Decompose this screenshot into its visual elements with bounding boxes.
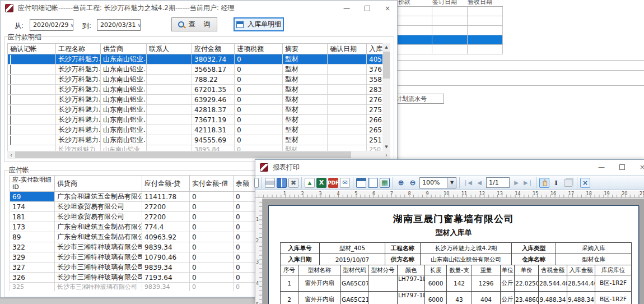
detail-id-cell[interactable]: 89	[10, 232, 55, 242]
titlebar[interactable]: 应付明细记帐------当前工程: 长沙万科魅力之城4.2期------当前用户…	[1, 1, 397, 16]
text-select-tool-icon[interactable]: I	[551, 178, 561, 188]
page-setup-icon[interactable]	[356, 178, 366, 188]
from-date-select[interactable]: 2020/02/29 ∨	[30, 19, 73, 31]
vertical-scrollbar[interactable]: ▲ ▼	[382, 43, 390, 151]
column-header[interactable]: 联系人	[147, 44, 192, 54]
detail-id-cell[interactable]: 329	[10, 252, 55, 262]
maximize-icon[interactable]	[619, 164, 625, 170]
zoom-level-select[interactable]: 100% ▼	[419, 177, 456, 188]
minimize-icon[interactable]: —	[598, 164, 605, 171]
column-header[interactable]: 应付金额	[192, 44, 235, 54]
inbound-detail-button[interactable]: 入库单明细	[234, 17, 284, 31]
detail-id-cell[interactable]: 173	[10, 222, 55, 232]
column-header[interactable]: 确认日期	[328, 44, 367, 54]
first-page-button[interactable]: ❘◀	[463, 178, 473, 188]
table-row[interactable]: 329长沙市三湘特种玻璃有限公司10790.4600	[10, 252, 263, 262]
print-icon[interactable]	[265, 178, 275, 188]
detail-id-cell[interactable]: 326	[10, 273, 55, 283]
table-row[interactable]: 174长沙坦森贸易有限公司2720000	[10, 202, 263, 212]
export-icon[interactable]: ▲	[305, 178, 315, 188]
close-report-icon[interactable]: ×	[580, 178, 590, 188]
multi-page-view-icon[interactable]: ▦	[380, 178, 390, 188]
empty-row[interactable]	[392, 16, 503, 26]
empty-row[interactable]	[392, 45, 503, 54]
column-header[interactable]: 供货商	[101, 44, 147, 54]
table-row[interactable]: 69广东合和建筑五金制品有限公司11411.7800	[10, 192, 263, 202]
confirm-checkbox-cell[interactable]	[8, 65, 56, 75]
table-row[interactable]: 173广东合和建筑五金制品有限公司774.400	[10, 222, 263, 232]
scroll-up-icon[interactable]: ▲	[382, 43, 390, 51]
query-button[interactable]: 查 询	[171, 17, 217, 31]
checkbox[interactable]	[10, 75, 11, 84]
table-row[interactable]: 长沙万科魅力...山东南山铝业...42818.370型材275	[8, 105, 383, 115]
empty-row[interactable]	[392, 26, 503, 35]
scroll-left-icon[interactable]: ‹	[7, 152, 15, 158]
column-header[interactable]: 供货商	[55, 176, 142, 192]
column-header[interactable]: 应-实付款明细ID	[10, 176, 55, 192]
next-page-button[interactable]: ▶	[511, 178, 521, 188]
confirm-checkbox-cell[interactable]	[8, 115, 56, 125]
column-header[interactable]: 工程名称	[56, 44, 101, 54]
designer-icon[interactable]	[254, 178, 259, 188]
zoom-in-icon[interactable]: ⊕	[396, 178, 406, 188]
copy-tool-icon[interactable]	[564, 179, 572, 187]
last-page-button[interactable]: ▶❘	[523, 178, 533, 188]
detail-id-cell[interactable]: 325	[10, 283, 55, 292]
single-page-view-icon[interactable]	[368, 178, 378, 188]
table-row[interactable]: 327长沙市三湘特种玻璃有限公司9839.3400	[10, 262, 263, 273]
prev-page-button[interactable]: ◀	[474, 178, 484, 188]
confirm-checkbox-cell[interactable]	[8, 75, 56, 85]
detail-id-cell[interactable]: 327	[10, 262, 55, 273]
close-icon[interactable]: ×	[385, 5, 390, 12]
column-header[interactable]: 确认记帐	[8, 44, 56, 54]
empty-row[interactable]	[392, 35, 503, 45]
column-header[interactable]: 应付金额-贷	[142, 176, 190, 192]
export-pdf-icon[interactable]: PDF	[328, 178, 338, 188]
table-row[interactable]: 长沙万科魅力...山东南山铝业...42118.310型材265	[8, 125, 383, 135]
table-row[interactable]: 322长沙市三湘特种玻璃有限公司9839.3400	[10, 242, 263, 252]
table-row[interactable]: 长沙万科魅力...山东南山铝业...788.220型材358	[8, 75, 383, 85]
payable-account-table[interactable]: 应-实付款明细ID供货商应付金额-贷实付金额-借余额69广东合和建筑五金制品有限…	[10, 175, 263, 291]
empty-row[interactable]	[392, 7, 503, 16]
send-mail-icon[interactable]: ✉	[340, 178, 350, 188]
page-indicator-input[interactable]: 1/1	[486, 177, 510, 188]
checkbox[interactable]	[10, 95, 11, 104]
table-row[interactable]: 长沙万科魅力...山东南山铝业...35658.170型材376	[8, 65, 383, 75]
checkbox[interactable]	[10, 55, 11, 64]
scroll-right-icon[interactable]: ›	[382, 152, 390, 158]
detail-id-cell[interactable]: 322	[10, 242, 55, 252]
table-row[interactable]: 长沙万科魅力...山东南山铝业...38032.740型材405	[8, 54, 383, 65]
scrollbar-thumb[interactable]	[15, 151, 351, 158]
titlebar[interactable]: 报表打印 — ×	[255, 160, 644, 174]
maximize-icon[interactable]	[365, 6, 370, 11]
settings-tools-icon[interactable]: ✖	[288, 178, 298, 188]
table-row[interactable]: 181长沙坦森贸易有限公司2720000	[10, 212, 263, 222]
confirm-checkbox-cell[interactable]	[8, 125, 56, 135]
column-header[interactable]: 摘要	[283, 44, 328, 54]
column-header[interactable]: 入库	[367, 44, 383, 54]
confirm-checkbox-cell[interactable]	[8, 105, 56, 115]
export-excel-icon[interactable]: X	[316, 178, 326, 188]
minimize-icon[interactable]: —	[343, 5, 350, 12]
checkbox[interactable]	[10, 105, 11, 114]
checkbox[interactable]	[10, 65, 11, 74]
detail-id-cell[interactable]: 69	[10, 192, 55, 202]
table-row[interactable]: 长沙万科魅力...山东南山铝业...94555.690型材251	[8, 135, 383, 145]
scrollbar-thumb[interactable]	[383, 52, 390, 79]
confirm-checkbox-cell[interactable]	[8, 54, 56, 65]
horizontal-scrollbar[interactable]: ‹ ›	[7, 151, 390, 159]
report-preview-area[interactable]: 12345 湖南亘晟门窗幕墙有限公司 型材入库单 入库单号型材_405工程名称长…	[255, 199, 644, 304]
table-row[interactable]: 326长沙市三湘特种玻璃有限公司7193.6400	[10, 273, 263, 283]
close-icon[interactable]: ×	[640, 164, 644, 171]
confirm-checkbox-cell[interactable]	[8, 135, 56, 145]
checkbox[interactable]	[10, 85, 11, 94]
confirm-checkbox-cell[interactable]	[8, 85, 56, 95]
table-row[interactable]: 长沙万科魅力...山东南山铝业...67201.350型材283	[8, 85, 383, 95]
detail-id-cell[interactable]: 174	[10, 202, 55, 212]
column-header[interactable]: 实付金额-借	[190, 176, 234, 192]
preview-book-icon[interactable]	[277, 178, 287, 188]
scroll-down-icon[interactable]: ▼	[382, 143, 390, 151]
detail-id-cell[interactable]: 181	[10, 212, 55, 222]
table-row[interactable]: 325长沙市三湘特种玻璃有限公司9839.3400	[10, 283, 263, 292]
table-row[interactable]: 长沙万科魅力...山东南山铝业...73671.190型材266	[8, 115, 383, 125]
